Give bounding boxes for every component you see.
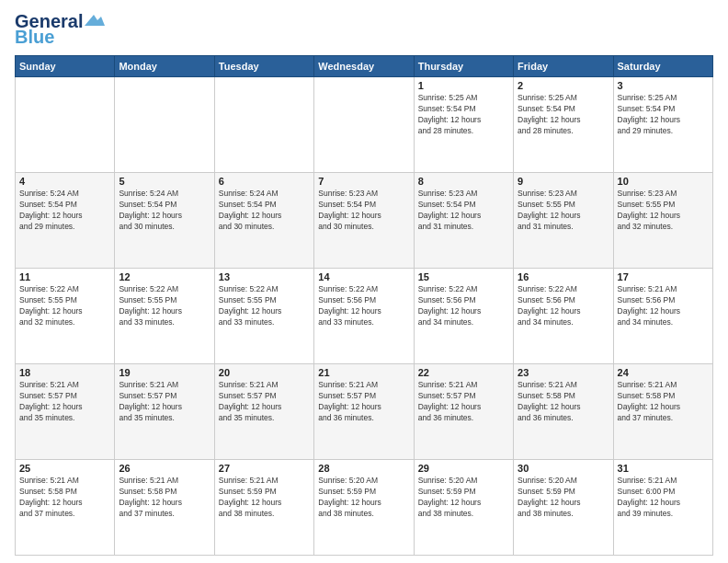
header: General Blue	[15, 11, 713, 48]
calendar-header: SundayMondayTuesdayWednesdayThursdayFrid…	[16, 56, 713, 77]
day-info: Sunrise: 5:22 AM Sunset: 5:56 PM Dayligh…	[318, 284, 409, 328]
weekday-header-thursday: Thursday	[414, 56, 513, 77]
day-info: Sunrise: 5:23 AM Sunset: 5:55 PM Dayligh…	[618, 189, 709, 233]
day-info: Sunrise: 5:22 AM Sunset: 5:55 PM Dayligh…	[219, 284, 310, 328]
calendar-cell: 5Sunrise: 5:24 AM Sunset: 5:54 PM Daylig…	[115, 173, 214, 269]
day-info: Sunrise: 5:25 AM Sunset: 5:54 PM Dayligh…	[418, 93, 509, 137]
calendar-cell: 23Sunrise: 5:21 AM Sunset: 5:58 PM Dayli…	[514, 364, 613, 460]
day-info: Sunrise: 5:23 AM Sunset: 5:55 PM Dayligh…	[518, 189, 609, 233]
calendar-cell: 26Sunrise: 5:21 AM Sunset: 5:58 PM Dayli…	[115, 460, 214, 556]
day-number: 20	[219, 367, 310, 378]
calendar-cell: 1Sunrise: 5:25 AM Sunset: 5:54 PM Daylig…	[414, 77, 513, 173]
day-info: Sunrise: 5:25 AM Sunset: 5:54 PM Dayligh…	[518, 93, 609, 137]
calendar-cell: 8Sunrise: 5:23 AM Sunset: 5:54 PM Daylig…	[414, 173, 513, 269]
weekday-header-tuesday: Tuesday	[214, 56, 313, 77]
calendar-week-4: 18Sunrise: 5:21 AM Sunset: 5:57 PM Dayli…	[16, 364, 713, 460]
day-number: 24	[618, 367, 709, 378]
calendar-cell: 28Sunrise: 5:20 AM Sunset: 5:59 PM Dayli…	[314, 460, 414, 556]
day-number: 12	[119, 271, 210, 282]
calendar-week-2: 4Sunrise: 5:24 AM Sunset: 5:54 PM Daylig…	[16, 173, 713, 269]
day-info: Sunrise: 5:21 AM Sunset: 5:58 PM Dayligh…	[119, 476, 210, 520]
calendar-cell: 29Sunrise: 5:20 AM Sunset: 5:59 PM Dayli…	[414, 460, 513, 556]
calendar-cell: 30Sunrise: 5:20 AM Sunset: 5:59 PM Dayli…	[514, 460, 613, 556]
day-number: 27	[219, 463, 310, 474]
calendar-cell: 10Sunrise: 5:23 AM Sunset: 5:55 PM Dayli…	[613, 173, 712, 269]
calendar-cell	[214, 77, 313, 173]
day-info: Sunrise: 5:21 AM Sunset: 5:58 PM Dayligh…	[19, 476, 110, 520]
calendar-cell: 4Sunrise: 5:24 AM Sunset: 5:54 PM Daylig…	[16, 173, 115, 269]
calendar-cell: 18Sunrise: 5:21 AM Sunset: 5:57 PM Dayli…	[16, 364, 115, 460]
weekday-header-row: SundayMondayTuesdayWednesdayThursdayFrid…	[16, 56, 713, 77]
day-number: 8	[418, 176, 509, 187]
day-number: 15	[418, 271, 509, 282]
day-number: 6	[219, 176, 310, 187]
day-number: 29	[418, 463, 509, 474]
day-number: 11	[19, 271, 110, 282]
day-number: 23	[518, 367, 609, 378]
calendar-week-1: 1Sunrise: 5:25 AM Sunset: 5:54 PM Daylig…	[16, 77, 713, 173]
calendar-cell: 2Sunrise: 5:25 AM Sunset: 5:54 PM Daylig…	[514, 77, 613, 173]
day-number: 14	[318, 271, 409, 282]
day-info: Sunrise: 5:21 AM Sunset: 5:58 PM Dayligh…	[518, 380, 609, 424]
calendar-cell: 17Sunrise: 5:21 AM Sunset: 5:56 PM Dayli…	[613, 269, 712, 364]
weekday-header-wednesday: Wednesday	[314, 56, 414, 77]
weekday-header-monday: Monday	[115, 56, 214, 77]
day-number: 19	[119, 367, 210, 378]
day-info: Sunrise: 5:20 AM Sunset: 5:59 PM Dayligh…	[518, 476, 609, 520]
calendar-cell	[115, 77, 214, 173]
weekday-header-saturday: Saturday	[613, 56, 712, 77]
day-info: Sunrise: 5:22 AM Sunset: 5:56 PM Dayligh…	[518, 284, 609, 328]
day-number: 3	[618, 80, 709, 91]
calendar-week-3: 11Sunrise: 5:22 AM Sunset: 5:55 PM Dayli…	[16, 269, 713, 364]
calendar-week-5: 25Sunrise: 5:21 AM Sunset: 5:58 PM Dayli…	[16, 460, 713, 556]
day-info: Sunrise: 5:21 AM Sunset: 6:00 PM Dayligh…	[618, 476, 709, 520]
day-info: Sunrise: 5:23 AM Sunset: 5:54 PM Dayligh…	[418, 189, 509, 233]
calendar-cell: 24Sunrise: 5:21 AM Sunset: 5:58 PM Dayli…	[613, 364, 712, 460]
day-number: 9	[518, 176, 609, 187]
day-info: Sunrise: 5:23 AM Sunset: 5:54 PM Dayligh…	[318, 189, 409, 233]
calendar-cell: 16Sunrise: 5:22 AM Sunset: 5:56 PM Dayli…	[514, 269, 613, 364]
weekday-header-friday: Friday	[514, 56, 613, 77]
day-number: 13	[219, 271, 310, 282]
calendar-cell: 13Sunrise: 5:22 AM Sunset: 5:55 PM Dayli…	[214, 269, 313, 364]
calendar-cell: 15Sunrise: 5:22 AM Sunset: 5:56 PM Dayli…	[414, 269, 513, 364]
day-info: Sunrise: 5:22 AM Sunset: 5:56 PM Dayligh…	[418, 284, 509, 328]
calendar-cell: 21Sunrise: 5:21 AM Sunset: 5:57 PM Dayli…	[314, 364, 414, 460]
calendar-table: SundayMondayTuesdayWednesdayThursdayFrid…	[15, 55, 713, 556]
calendar-cell: 20Sunrise: 5:21 AM Sunset: 5:57 PM Dayli…	[214, 364, 313, 460]
day-info: Sunrise: 5:24 AM Sunset: 5:54 PM Dayligh…	[219, 189, 310, 233]
day-number: 16	[518, 271, 609, 282]
day-info: Sunrise: 5:20 AM Sunset: 5:59 PM Dayligh…	[418, 476, 509, 520]
day-info: Sunrise: 5:22 AM Sunset: 5:55 PM Dayligh…	[19, 284, 110, 328]
calendar-cell: 7Sunrise: 5:23 AM Sunset: 5:54 PM Daylig…	[314, 173, 414, 269]
day-number: 31	[618, 463, 709, 474]
day-info: Sunrise: 5:21 AM Sunset: 5:57 PM Dayligh…	[219, 380, 310, 424]
day-number: 28	[318, 463, 409, 474]
day-info: Sunrise: 5:21 AM Sunset: 5:57 PM Dayligh…	[19, 380, 110, 424]
day-number: 4	[19, 176, 110, 187]
calendar-cell: 14Sunrise: 5:22 AM Sunset: 5:56 PM Dayli…	[314, 269, 414, 364]
logo-blue: Blue	[15, 27, 54, 48]
calendar-cell: 3Sunrise: 5:25 AM Sunset: 5:54 PM Daylig…	[613, 77, 712, 173]
calendar-cell: 11Sunrise: 5:22 AM Sunset: 5:55 PM Dayli…	[16, 269, 115, 364]
weekday-header-sunday: Sunday	[16, 56, 115, 77]
day-info: Sunrise: 5:21 AM Sunset: 5:59 PM Dayligh…	[219, 476, 310, 520]
calendar-cell: 22Sunrise: 5:21 AM Sunset: 5:57 PM Dayli…	[414, 364, 513, 460]
calendar-cell	[314, 77, 414, 173]
day-info: Sunrise: 5:21 AM Sunset: 5:58 PM Dayligh…	[618, 380, 709, 424]
day-number: 30	[518, 463, 609, 474]
calendar-cell: 9Sunrise: 5:23 AM Sunset: 5:55 PM Daylig…	[514, 173, 613, 269]
svg-marker-0	[85, 15, 105, 26]
day-info: Sunrise: 5:22 AM Sunset: 5:55 PM Dayligh…	[119, 284, 210, 328]
calendar-cell: 31Sunrise: 5:21 AM Sunset: 6:00 PM Dayli…	[613, 460, 712, 556]
day-number: 25	[19, 463, 110, 474]
day-number: 10	[618, 176, 709, 187]
day-info: Sunrise: 5:24 AM Sunset: 5:54 PM Dayligh…	[19, 189, 110, 233]
day-info: Sunrise: 5:21 AM Sunset: 5:57 PM Dayligh…	[318, 380, 409, 424]
calendar-cell: 6Sunrise: 5:24 AM Sunset: 5:54 PM Daylig…	[214, 173, 313, 269]
day-number: 7	[318, 176, 409, 187]
page-container: General Blue SundayMondayTuesdayWednesda…	[0, 0, 728, 563]
calendar-cell: 12Sunrise: 5:22 AM Sunset: 5:55 PM Dayli…	[115, 269, 214, 364]
calendar-cell: 27Sunrise: 5:21 AM Sunset: 5:59 PM Dayli…	[214, 460, 313, 556]
day-info: Sunrise: 5:21 AM Sunset: 5:57 PM Dayligh…	[119, 380, 210, 424]
